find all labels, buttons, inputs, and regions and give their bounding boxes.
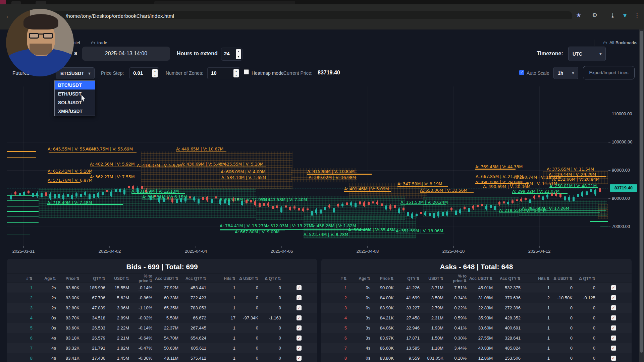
column-header-qty[interactable]: QTY⇅ <box>394 276 420 281</box>
row-checkbox[interactable]: ✓ <box>297 346 302 351</box>
spinner-buttons[interactable]: ▲▼ <box>233 69 239 77</box>
column-header--[interactable]: #⇅ <box>7 276 33 281</box>
candle-body <box>394 205 396 208</box>
all-bookmarks-button[interactable]: 🗀All Bookmarks <box>603 40 637 46</box>
sort-icon: ⇅ <box>489 276 493 281</box>
spinner-buttons[interactable]: ▲▼ <box>152 69 158 77</box>
x-tick-mark <box>368 246 368 248</box>
row-checkbox[interactable]: ✓ <box>611 315 616 320</box>
column-header--qty[interactable]: Δ QTY⇅ <box>573 276 595 281</box>
bookmark-trade[interactable]: 🗀trade <box>91 40 107 46</box>
column-header-hits[interactable]: Hits⇅ <box>521 276 550 281</box>
cell-hits: 1 <box>206 305 235 310</box>
column-header-price[interactable]: Price⇅ <box>370 276 394 281</box>
candle-body <box>80 194 82 197</box>
candle-body <box>293 206 296 208</box>
cell-select: ✓ <box>595 356 632 361</box>
column-header-acc-qty[interactable]: Acc QTY⇅ <box>178 276 206 281</box>
zones-input[interactable]: 10 ▲▼ <box>207 67 240 79</box>
interval-select[interactable]: 1h▼ <box>553 67 578 79</box>
cell--usdt: 0 <box>550 285 573 290</box>
spinner-buttons[interactable]: ▲▼ <box>236 49 241 59</box>
cell-usdt: 2.22M <box>105 325 129 330</box>
datetime-input[interactable]: 2025-04-13 14:00 <box>82 47 170 61</box>
column-header--to-price[interactable]: % to price⇅ <box>129 274 152 283</box>
cell-acc-usdt: 37.92M <box>152 285 178 290</box>
row-checkbox[interactable]: ✓ <box>611 356 616 361</box>
column-header--usdt[interactable]: Δ USDT⇅ <box>235 276 258 281</box>
column-header--qty[interactable]: Δ QTY⇅ <box>258 276 281 281</box>
tab-hint[interactable] <box>11 1 21 4</box>
column-header-qty[interactable]: QTY⇅ <box>79 276 105 281</box>
url-text[interactable]: /home/tony/Desktop/orderbookChart/index.… <box>66 13 174 19</box>
symbol-option-eth-usdt[interactable]: ETH/USDT <box>55 89 95 98</box>
candle-body <box>259 203 261 207</box>
column-header-acc-usdt[interactable]: Acc USDT⇅ <box>152 276 178 281</box>
candle-body <box>320 209 322 214</box>
candle-body <box>337 204 339 206</box>
heatmap-label: Heatmap mode <box>252 70 284 76</box>
row-checkbox[interactable]: ✓ <box>297 285 302 290</box>
export-import-lines-button[interactable]: Export/Import Lines <box>583 66 635 79</box>
active-tab[interactable] <box>154 1 295 4</box>
column-header--usdt[interactable]: Δ USDT⇅ <box>550 276 573 281</box>
cell--qty: 0 <box>258 336 281 341</box>
column-header--to-price[interactable]: % to price⇅ <box>443 274 467 283</box>
sort-icon: ⇅ <box>416 276 420 281</box>
heatmap-checkbox[interactable] <box>244 69 249 74</box>
candle-body <box>280 207 282 212</box>
hours-input[interactable]: 24 ▲▼ <box>221 48 243 61</box>
cell-usdt: 5.62M <box>105 295 129 300</box>
orderbook-chart[interactable]: A: 645.55M | V: 55.48MA: 433.75M | V: 55… <box>7 86 608 247</box>
column-header-hits[interactable]: Hits⇅ <box>206 276 235 281</box>
x-tick-label: 2025-04-08 <box>357 249 379 254</box>
row-checkbox[interactable]: ✓ <box>297 305 302 310</box>
tab-strip[interactable] <box>0 0 644 4</box>
y-tick-label: 90000.00 <box>612 168 630 173</box>
column-header-acc-usdt[interactable]: Acc USDT⇅ <box>467 276 493 281</box>
column-header-age[interactable]: Age⇅ <box>347 276 370 281</box>
tab-hint[interactable] <box>36 1 46 4</box>
row-checkbox[interactable]: ✓ <box>297 336 302 341</box>
row-checkbox[interactable]: ✓ <box>611 325 616 330</box>
row-checkbox[interactable]: ✓ <box>297 356 302 361</box>
time-axis[interactable]: 2025-03-312025-04-022025-04-042025-04-06… <box>7 247 608 255</box>
scrollbar-thumb[interactable] <box>640 31 643 353</box>
row-checkbox[interactable]: ✓ <box>297 315 302 320</box>
row-checkbox[interactable]: ✓ <box>611 346 616 351</box>
row-checkbox[interactable]: ✓ <box>611 295 616 300</box>
symbol-dropdown-list[interactable]: BTC/USDTETH/USDTSOL/USDTXMR/USDT <box>54 80 95 116</box>
row-checkbox[interactable]: ✓ <box>611 285 616 290</box>
cell-select: ✓ <box>281 285 317 290</box>
column-header-usdt[interactable]: USDT⇅ <box>420 276 443 281</box>
candle-body <box>89 194 91 199</box>
column-header--[interactable]: #⇅ <box>321 276 347 281</box>
ask-level-line <box>176 152 226 152</box>
candle-body <box>477 205 479 207</box>
row-checkbox[interactable]: ✓ <box>297 325 302 330</box>
price-axis[interactable]: 110000.00100000.0090000.0080000.0070000.… <box>608 86 639 247</box>
bid-annotation: A: 443.58M | V: 7.40M <box>262 197 307 202</box>
price-step-input[interactable]: 0.01 ▲▼ <box>129 67 159 79</box>
ask-annotation: A: 606.09M | V: 4.00M <box>221 169 265 174</box>
cell-hits: 1 <box>206 285 235 290</box>
row-checkbox[interactable]: ✓ <box>611 305 616 310</box>
symbol-option-xmr-usdt[interactable]: XMR/USDT <box>55 107 95 116</box>
candle-body <box>102 192 104 195</box>
symbol-select[interactable]: BTC/USDT▼ <box>56 67 95 79</box>
zones-label: Number of Zones: <box>166 70 203 76</box>
column-header-usdt[interactable]: USDT⇅ <box>105 276 129 281</box>
column-header-age[interactable]: Age⇅ <box>33 276 56 281</box>
column-header-price[interactable]: Price⇅ <box>56 276 79 281</box>
page-scrollbar[interactable] <box>639 29 644 362</box>
row-checkbox[interactable]: ✓ <box>297 295 302 300</box>
row-checkbox[interactable]: ✓ <box>611 336 616 341</box>
timezone-select[interactable]: UTC▼ <box>568 47 606 61</box>
cell-price: 83.00K <box>56 295 79 300</box>
chevron-down-icon: ▼ <box>571 71 575 75</box>
symbol-option-sol-usdt[interactable]: SOL/USDT <box>55 98 95 107</box>
bookmarks-bar: etintel 🗀trade 🗀All Bookmarks <box>0 19 644 29</box>
auto-scale-checkbox[interactable]: ✓ <box>519 70 524 75</box>
column-header-acc-qty[interactable]: Acc QTY⇅ <box>493 276 521 281</box>
symbol-option-btc-usdt[interactable]: BTC/USDT <box>55 81 95 89</box>
